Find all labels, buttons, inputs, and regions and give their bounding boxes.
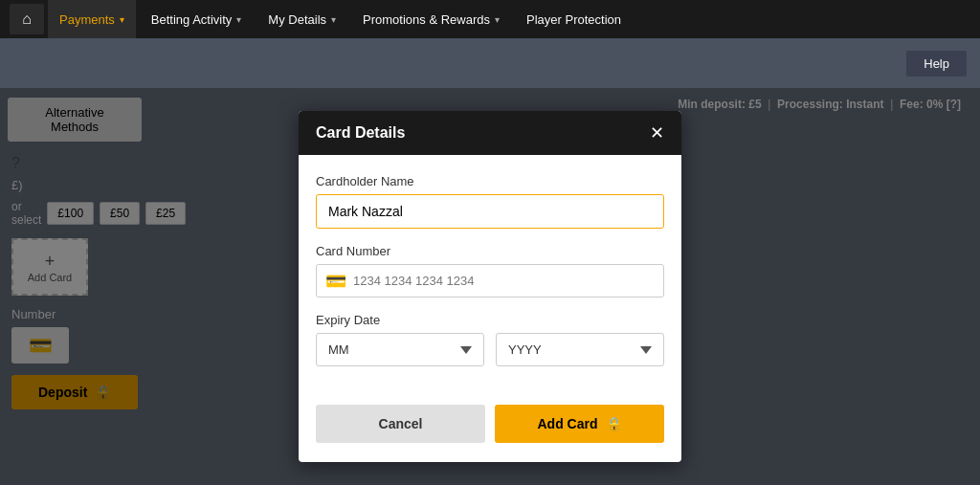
sub-bar: Help xyxy=(0,38,980,88)
cardholder-name-input[interactable] xyxy=(316,194,664,229)
nav-details-label: My Details xyxy=(268,12,326,27)
modal-close-button[interactable]: ✕ xyxy=(650,124,664,142)
nav-my-details[interactable]: My Details ▾ xyxy=(256,0,347,38)
card-number-label: Card Number xyxy=(316,244,664,258)
cancel-button[interactable]: Cancel xyxy=(316,405,485,443)
home-icon: ⌂ xyxy=(22,11,32,28)
modal-title: Card Details xyxy=(316,124,405,142)
card-number-input[interactable] xyxy=(316,264,664,298)
expiry-date-label: Expiry Date xyxy=(316,313,664,327)
nav-player-protection[interactable]: Player Protection xyxy=(515,0,633,38)
card-number-wrapper: 💳 xyxy=(316,264,664,298)
expiry-year-select[interactable]: YYYY xyxy=(496,333,664,366)
card-details-modal: Card Details ✕ Cardholder Name Card Numb… xyxy=(299,111,681,462)
nav-betting-label: Betting Activity xyxy=(151,12,233,27)
chevron-down-icon: ▾ xyxy=(495,14,500,25)
card-number-icon: 💳 xyxy=(325,271,346,292)
lock-icon: 🔒 xyxy=(606,416,622,431)
chevron-down-icon: ▾ xyxy=(331,14,336,25)
chevron-down-icon: ▾ xyxy=(236,14,241,25)
expiry-row: MM YYYY xyxy=(316,333,664,366)
nav-payments-label: Payments xyxy=(59,12,115,27)
chevron-down-icon: ▾ xyxy=(120,14,124,25)
expiry-month-select[interactable]: MM xyxy=(316,333,484,366)
modal-body: Cardholder Name Card Number 💳 Expiry Dat… xyxy=(299,155,681,405)
add-card-submit-label: Add Card xyxy=(538,416,598,431)
help-button[interactable]: Help xyxy=(906,51,967,77)
home-button[interactable]: ⌂ xyxy=(10,4,44,34)
nav-promos-label: Promotions & Rewards xyxy=(363,12,490,27)
nav-betting-activity[interactable]: Betting Activity ▾ xyxy=(140,0,254,38)
modal-footer: Cancel Add Card 🔒 xyxy=(299,405,681,462)
cardholder-name-label: Cardholder Name xyxy=(316,174,664,188)
main-content: Alternative Methods ? £) or select £100 … xyxy=(0,88,980,485)
modal-overlay: Card Details ✕ Cardholder Name Card Numb… xyxy=(0,88,980,485)
modal-header: Card Details ✕ xyxy=(299,111,681,155)
nav-promotions[interactable]: Promotions & Rewards ▾ xyxy=(351,0,511,38)
nav-payments[interactable]: Payments ▾ xyxy=(48,0,136,38)
nav-protection-label: Player Protection xyxy=(526,12,621,27)
top-nav: ⌂ Payments ▾ Betting Activity ▾ My Detai… xyxy=(0,0,980,38)
add-card-submit-button[interactable]: Add Card 🔒 xyxy=(495,405,664,443)
